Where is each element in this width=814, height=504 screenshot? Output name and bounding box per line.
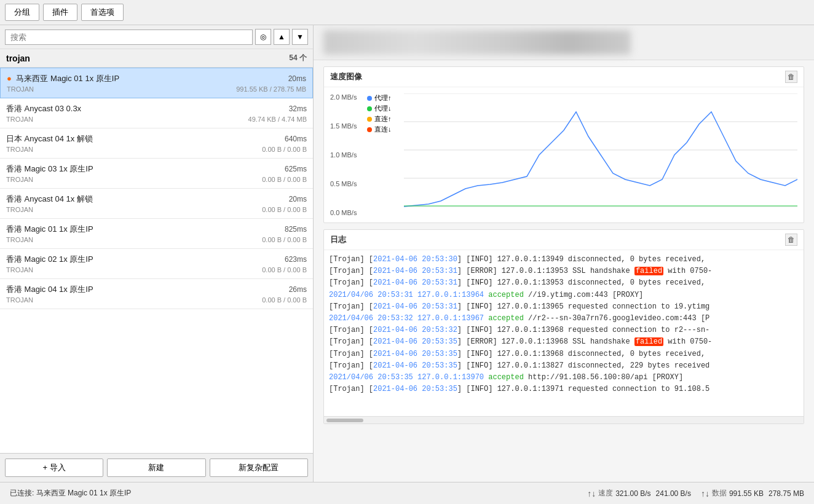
speed-icon: ↑↓	[587, 489, 596, 498]
legend-direct-up-dot	[367, 117, 372, 122]
chart-y-labels: 2.0 MB/s 1.5 MB/s 1.0 MB/s 0.5 MB/s 0.0 …	[330, 93, 364, 216]
log-header: 日志 🗑	[324, 230, 804, 250]
data-label: 数据	[712, 488, 727, 498]
log-line: 2021/04/06 20:53:35 127.0.0.1:13970 acce…	[329, 372, 799, 384]
legend-direct-up-label: 直连↑	[374, 114, 392, 124]
left-panel: ◎ ▲ ▼ trojan 54 个 ● 马来西亚 Magic 01 1x 原生I…	[0, 25, 314, 482]
proxy-list: ● 马来西亚 Magic 01 1x 原生IP20msTROJAN991.55 …	[0, 68, 313, 453]
data-down-value: 278.75 MB	[769, 489, 804, 498]
proxy-latency: 26ms	[289, 285, 307, 294]
proxy-item-row1: ● 马来西亚 Magic 01 1x 原生IP20ms	[7, 73, 306, 84]
proxy-latency: 20ms	[288, 74, 306, 83]
y-label-3: 1.0 MB/s	[330, 151, 364, 159]
speed-chart-card: 速度图像 🗑 2.0 MB/s 1.5 MB/s 1.0 MB/s 0.5 MB…	[323, 66, 804, 223]
proxy-item-row2: TROJAN0.00 B / 0.00 B	[6, 176, 307, 183]
proxy-item[interactable]: 香港 Magic 02 1x 原生IP623msTROJAN0.00 B / 0…	[0, 249, 313, 279]
import-button[interactable]: + 导入	[5, 459, 103, 477]
group-name: trojan	[6, 53, 30, 63]
location-icon-button[interactable]: ◎	[255, 29, 271, 45]
speed-chart-title: 速度图像	[330, 71, 362, 82]
log-content[interactable]: [Trojan] [2021-04-06 20:53:30] [INFO] 12…	[324, 250, 804, 416]
log-line: [Trojan] [2021-04-06 20:53:31] [ERROR] 1…	[329, 266, 799, 277]
preferences-button[interactable]: 首选项	[81, 4, 124, 21]
proxy-traffic: 991.55 KB / 278.75 MB	[236, 85, 306, 93]
group-count: 54 个	[289, 53, 307, 63]
proxy-item[interactable]: 香港 Magic 03 1x 原生IP625msTROJAN0.00 B / 0…	[0, 159, 313, 189]
proxy-item-row1: 香港 Magic 03 1x 原生IP625ms	[6, 163, 307, 175]
legend-proxy-up-label: 代理↑	[374, 93, 392, 103]
log-line: [Trojan] [2021-04-06 20:53:35] [INFO] 12…	[329, 360, 799, 372]
proxy-item[interactable]: 香港 Magic 04 1x 原生IP26msTROJAN0.00 B / 0.…	[0, 279, 313, 309]
proxy-item-row2: TROJAN0.00 B / 0.00 B	[6, 236, 307, 243]
right-sections: 速度图像 🗑 2.0 MB/s 1.5 MB/s 1.0 MB/s 0.5 MB…	[314, 60, 814, 482]
speed-up-value: 321.00 B/s	[615, 489, 650, 498]
legend-proxy-down-dot	[367, 106, 372, 111]
legend-direct-down-dot	[367, 127, 372, 132]
legend-direct-down: 直连↓	[367, 125, 392, 134]
new-complex-button[interactable]: 新复杂配置	[210, 459, 308, 477]
proxy-item-row2: TROJAN991.55 KB / 278.75 MB	[7, 85, 306, 93]
proxy-latency: 625ms	[285, 165, 307, 173]
proxy-name: 香港 Magic 03 1x 原生IP	[6, 163, 93, 175]
sort-asc-button[interactable]: ▲	[274, 29, 290, 45]
proxy-traffic: 0.00 B / 0.00 B	[262, 266, 307, 274]
legend-proxy-down: 代理↓	[367, 104, 392, 113]
proxy-type: TROJAN	[6, 266, 33, 274]
proxy-traffic: 0.00 B / 0.00 B	[262, 236, 307, 243]
log-line: [Trojan] [2021-04-06 20:53:35] [INFO] 12…	[329, 348, 799, 360]
proxy-latency: 640ms	[285, 135, 307, 143]
log-line: [Trojan] [2021-04-06 20:53:32] [INFO] 12…	[329, 325, 799, 336]
proxy-item[interactable]: 香港 Magic 01 1x 原生IP825msTROJAN0.00 B / 0…	[0, 219, 313, 249]
log-delete-button[interactable]: 🗑	[785, 234, 797, 246]
right-panel: 速度图像 🗑 2.0 MB/s 1.5 MB/s 1.0 MB/s 0.5 MB…	[314, 25, 814, 482]
search-input[interactable]	[5, 30, 253, 45]
proxy-traffic: 0.00 B / 0.00 B	[262, 296, 307, 304]
new-button[interactable]: 新建	[107, 459, 205, 477]
log-scrollbar-x[interactable]	[324, 416, 804, 423]
proxy-item-row1: 香港 Magic 02 1x 原生IP623ms	[6, 254, 307, 265]
header-blur-content	[323, 30, 631, 55]
log-line: [Trojan] [2021-04-06 20:53:35] [INFO] 12…	[329, 384, 799, 395]
proxy-item[interactable]: 日本 Anycast 04 1x 解锁640msTROJAN0.00 B / 0…	[0, 128, 313, 159]
proxy-item[interactable]: ● 马来西亚 Magic 01 1x 原生IP20msTROJAN991.55 …	[0, 68, 313, 98]
proxy-item[interactable]: 香港 Anycast 04 1x 解锁20msTROJAN0.00 B / 0.…	[0, 189, 313, 219]
plugin-button[interactable]: 插件	[43, 4, 77, 21]
proxy-latency: 20ms	[289, 195, 307, 203]
toolbar: 分组 插件 首选项	[0, 0, 814, 25]
y-label-1: 0.0 MB/s	[330, 209, 364, 216]
speed-down-value: 241.00 B/s	[656, 489, 691, 498]
proxy-name: 日本 Anycast 04 1x 解锁	[6, 133, 93, 144]
y-label-5: 2.0 MB/s	[330, 93, 364, 101]
status-speed: ↑↓ 速度 321.00 B/s 241.00 B/s	[587, 488, 691, 498]
list-bottom-bar: + 导入 新建 新复杂配置	[0, 453, 313, 482]
legend-proxy-up: 代理↑	[367, 93, 392, 103]
proxy-traffic: 0.00 B / 0.00 B	[262, 176, 307, 183]
chart-legend: 代理↑ 代理↓ 直连↑	[367, 93, 392, 134]
speed-chart-delete-button[interactable]: 🗑	[785, 71, 797, 83]
proxy-name: ● 马来西亚 Magic 01 1x 原生IP	[7, 73, 119, 84]
log-line: 2021/04/06 20:53:32 127.0.0.1:13967 acce…	[329, 313, 799, 325]
proxy-item[interactable]: 香港 Anycast 03 0.3x32msTROJAN49.74 KB / 4…	[0, 98, 313, 128]
log-card: 日志 🗑 [Trojan] [2021-04-06 20:53:30] [INF…	[323, 229, 804, 424]
proxy-name: 香港 Magic 04 1x 原生IP	[6, 284, 93, 295]
y-label-4: 1.5 MB/s	[330, 122, 364, 130]
proxy-latency: 623ms	[285, 255, 307, 264]
log-title: 日志	[330, 234, 346, 245]
proxy-name: 香港 Anycast 04 1x 解锁	[6, 194, 93, 205]
data-up-value: 991.55 KB	[729, 489, 764, 498]
log-container: [Trojan] [2021-04-06 20:53:30] [INFO] 12…	[324, 250, 804, 416]
proxy-item-row1: 香港 Anycast 03 0.3x32ms	[6, 103, 307, 114]
proxy-item-row1: 香港 Magic 04 1x 原生IP26ms	[6, 284, 307, 295]
sort-desc-button[interactable]: ▼	[292, 29, 308, 45]
y-label-2: 0.5 MB/s	[330, 180, 364, 187]
legend-direct-down-label: 直连↓	[374, 125, 392, 134]
log-line: [Trojan] [2021-04-06 20:53:30] [INFO] 12…	[329, 254, 799, 266]
group-button[interactable]: 分组	[5, 4, 39, 21]
log-line: [Trojan] [2021-04-06 20:53:35] [ERROR] 1…	[329, 336, 799, 348]
proxy-name: 香港 Magic 02 1x 原生IP	[6, 254, 93, 265]
proxy-item-row2: TROJAN0.00 B / 0.00 B	[6, 206, 307, 213]
legend-proxy-down-label: 代理↓	[374, 104, 392, 113]
proxy-traffic: 49.74 KB / 4.74 MB	[248, 116, 307, 123]
proxy-latency: 825ms	[285, 225, 307, 234]
log-scroll-thumb	[326, 419, 363, 422]
